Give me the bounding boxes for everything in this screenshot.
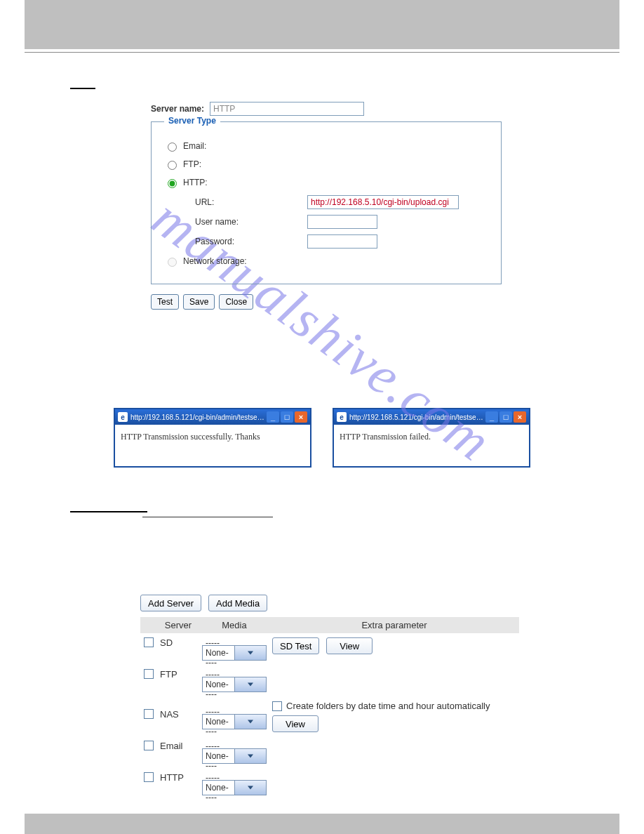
table-row: FTP -----None----- [140,665,519,696]
server-name-label: Server name: [151,104,204,114]
password-input[interactable] [307,234,377,249]
password-label: Password: [195,237,307,246]
header-graybar [25,0,619,49]
popup-failed-body: HTTP Transmission failed. [334,425,529,466]
sd-test-button[interactable]: SD Test [272,637,319,654]
server-type-fieldset: Server Type Email: FTP: HTTP: URL: User [151,121,502,284]
row-checkbox-nas[interactable] [144,709,154,719]
radio-network-storage[interactable] [168,258,177,267]
action-panel: Add Server Add Media Server Media Extra … [140,595,619,800]
col-media: Media [199,617,269,633]
row-label-nas: NAS [157,696,199,736]
maximize-icon[interactable]: □ [499,411,512,423]
media-select-email[interactable]: -----None----- [202,748,267,764]
section-underline-3 [142,517,273,517]
create-folders-label: Create folders by date time and hour aut… [286,701,490,711]
media-select-nas[interactable]: -----None----- [202,714,267,729]
table-row: NAS -----None----- Create folders by dat… [140,696,519,736]
svg-marker-0 [248,651,253,655]
close-icon[interactable]: × [514,411,526,423]
media-select-ftp[interactable]: -----None----- [202,677,267,692]
svg-marker-1 [248,683,253,687]
close-icon[interactable]: × [295,411,307,423]
chevron-down-icon [234,715,267,729]
add-server-button[interactable]: Add Server [140,595,201,611]
add-media-button[interactable]: Add Media [208,595,267,611]
header-separator [25,52,619,53]
radio-email[interactable] [168,143,177,152]
col-extra: Extra parameter [269,617,519,633]
server-media-table: Server Media Extra parameter SD -----Non… [140,617,519,800]
svg-marker-4 [248,786,253,790]
row-label-email: Email [157,736,199,768]
table-row: HTTP -----None----- [140,768,519,800]
radio-email-label: Email: [183,141,206,151]
footer-graybar [25,814,619,834]
username-label: User name: [195,217,307,227]
popup-failed-titlebar[interactable]: e http://192.168.5.121/cgi-bin/admin/tes… [334,409,529,425]
radio-network-storage-label: Network storage: [183,256,247,266]
create-folders-checkbox[interactable] [272,701,282,711]
svg-marker-3 [248,755,253,758]
row-label-sd: SD [157,633,199,665]
form-button-row: Test Save Close [151,294,619,310]
popup-success-titlebar[interactable]: e http://192.168.5.121/cgi-bin/admin/tes… [115,409,310,425]
chevron-down-icon [234,781,267,795]
media-select-http[interactable]: -----None----- [202,780,267,795]
row-checkbox-email[interactable] [144,741,154,750]
username-input[interactable] [307,215,377,229]
popup-failed-title: http://192.168.5.121/cgi-bin/admin/tests… [349,413,485,421]
maximize-icon[interactable]: □ [281,411,293,423]
view-button-sd[interactable]: View [326,637,373,654]
col-checkbox [140,617,157,633]
ie-icon: e [118,412,128,422]
server-form: Server name: Server Type Email: FTP: HTT… [151,102,619,310]
popup-failed: e http://192.168.5.121/cgi-bin/admin/tes… [333,408,530,468]
popup-success: e http://192.168.5.121/cgi-bin/admin/tes… [114,408,311,468]
media-select-sd[interactable]: -----None----- [202,645,267,661]
url-input[interactable] [307,195,459,209]
col-server: Server [157,617,199,633]
svg-marker-2 [248,720,253,724]
popup-success-body: HTTP Transmission successfully. Thanks [115,425,310,466]
row-label-http: HTTP [157,768,199,800]
chevron-down-icon [234,677,267,691]
close-button[interactable]: Close [219,294,253,310]
radio-ftp[interactable] [168,161,177,170]
minimize-icon[interactable]: _ [485,411,498,423]
test-button[interactable]: Test [151,294,179,310]
http-subfields: URL: User name: Password: [195,195,488,249]
page-body: manualshive.com Server name: Server Type… [0,88,644,800]
row-label-ftp: FTP [157,665,199,696]
row-checkbox-http[interactable] [144,772,154,782]
radio-http[interactable] [168,179,177,188]
row-checkbox-ftp[interactable] [144,669,154,679]
server-type-legend: Server Type [164,116,220,126]
server-name-input[interactable] [210,102,364,116]
row-checkbox-sd[interactable] [144,637,154,647]
chevron-down-icon [234,749,267,763]
url-label: URL: [195,197,307,207]
minimize-icon[interactable]: _ [267,411,279,423]
popup-success-title: http://192.168.5.121/cgi-bin/admin/tests… [130,413,267,421]
section-underline-1 [70,88,95,89]
chevron-down-icon [234,646,267,660]
view-button-nas[interactable]: View [272,715,318,732]
section-underline-2 [70,511,147,512]
table-row: SD -----None----- SD Test View [140,633,519,665]
radio-ftp-label: FTP: [183,159,201,169]
radio-http-label: HTTP: [183,178,208,187]
ie-icon: e [337,412,347,422]
save-button[interactable]: Save [183,294,215,310]
table-row: Email -----None----- [140,736,519,768]
popups-container: e http://192.168.5.121/cgi-bin/admin/tes… [25,408,619,468]
